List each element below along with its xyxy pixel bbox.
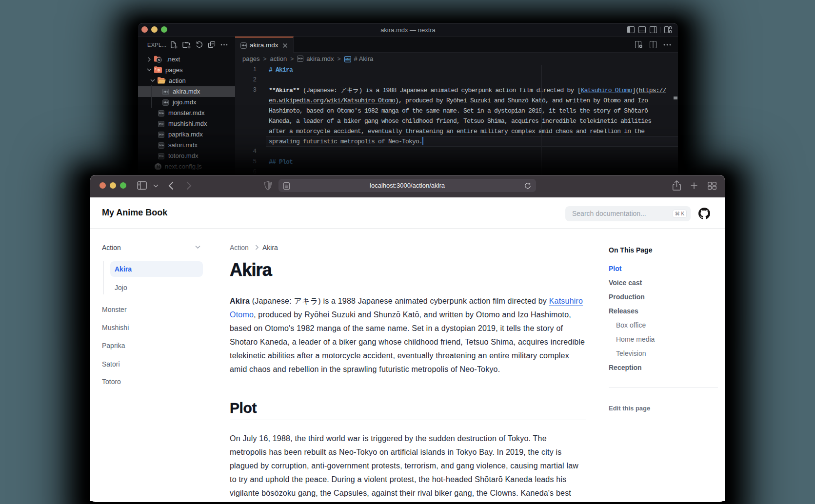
svg-text:abc: abc xyxy=(345,58,351,61)
